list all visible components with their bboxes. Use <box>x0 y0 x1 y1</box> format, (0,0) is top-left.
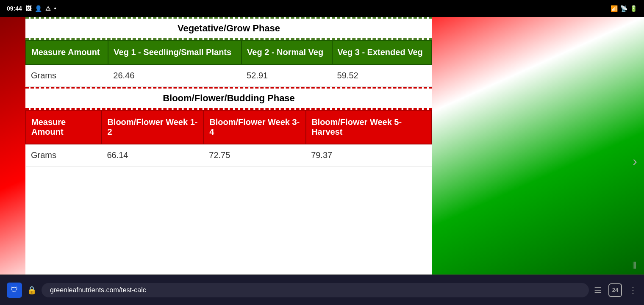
account-icon: 👤 <box>35 5 42 12</box>
bloom-col-2: Bloom/Flower Week 3-4 <box>204 110 306 144</box>
bloom-phase-section: Bloom/Flower/Budding Phase Measure Amoun… <box>25 87 432 166</box>
signal-icon: 📡 <box>620 5 627 12</box>
more-options-icon[interactable]: ⋮ <box>629 285 637 295</box>
bloom-row-val1: 66.14 <box>102 144 204 166</box>
bloom-col-1: Bloom/Flower Week 1-2 <box>102 110 204 144</box>
veg-col-3: Veg 3 - Extended Veg <box>332 40 432 64</box>
bloom-phase-title: Bloom/Flower/Budding Phase <box>163 93 295 104</box>
wifi-icon: 📶 <box>611 5 618 12</box>
veg-col-2: Veg 2 - Normal Veg <box>242 40 332 64</box>
veg-data-row: Grams 26.46 52.91 59.52 <box>26 64 432 87</box>
bloom-phase-header: Bloom/Flower/Budding Phase <box>25 87 432 110</box>
veg-header-row: Measure Amount Veg 1 - Seedling/Small Pl… <box>26 40 432 64</box>
veg-row-val2: 52.91 <box>242 64 332 87</box>
browser-actions: ☰ 24 ⋮ <box>594 283 637 297</box>
bloom-header-row: Measure Amount Bloom/Flower Week 1-2 Blo… <box>26 110 432 144</box>
bloom-col-measure: Measure Amount <box>26 110 102 144</box>
tab-count-button[interactable]: 24 <box>608 283 622 297</box>
bloom-data-row: Grams 66.14 72.75 79.37 <box>26 144 432 166</box>
bloom-row-val2: 72.75 <box>204 144 306 166</box>
veg-phase-section: Vegetative/Grow Phase Measure Amount Veg… <box>25 17 432 87</box>
veg-phase-header: Vegetative/Grow Phase <box>25 17 432 40</box>
url-text: greenleafnutrients.com/test-calc <box>50 286 146 294</box>
veg-col-1: Veg 1 - Seedling/Small Plants <box>108 40 242 64</box>
url-bar[interactable]: greenleafnutrients.com/test-calc <box>42 283 589 297</box>
veg-row-val3: 59.52 <box>332 64 432 87</box>
lock-icon: 🔒 <box>27 286 36 295</box>
bloom-table: Measure Amount Bloom/Flower Week 1-2 Blo… <box>25 110 432 166</box>
bloom-col-3: Bloom/Flower Week 5-Harvest <box>306 110 432 144</box>
screen-background: › ⦀ Vegetative/Grow Phase Measure Amount… <box>0 17 644 305</box>
browser-bottom-bar: 🛡 🔒 greenleafnutrients.com/test-calc ☰ 2… <box>0 274 644 305</box>
dot-indicator: • <box>54 5 56 12</box>
time-display: 09:44 <box>7 5 22 12</box>
veg-table: Measure Amount Veg 1 - Seedling/Small Pl… <box>25 40 432 87</box>
content-area: Vegetative/Grow Phase Measure Amount Veg… <box>25 17 432 274</box>
warning-icon: ⚠ <box>45 5 51 12</box>
nav-chevron-icon[interactable]: › <box>633 153 637 169</box>
veg-phase-title: Vegetative/Grow Phase <box>178 23 280 34</box>
bitwarden-icon[interactable]: 🛡 <box>7 283 22 298</box>
reader-icon[interactable]: ☰ <box>594 285 602 295</box>
nav-bars-icon[interactable]: ⦀ <box>632 259 637 271</box>
status-left: 09:44 🖼 👤 ⚠ • <box>7 5 56 12</box>
bloom-row-label: Grams <box>26 144 102 166</box>
veg-col-measure: Measure Amount <box>26 40 108 64</box>
battery-icon: 🔋 <box>630 5 637 12</box>
veg-row-label: Grams <box>26 64 108 87</box>
status-bar: 09:44 🖼 👤 ⚠ • 📶 📡 🔋 <box>0 0 644 17</box>
photo-icon: 🖼 <box>25 5 31 12</box>
bloom-row-val3: 79.37 <box>306 144 432 166</box>
veg-row-val1: 26.46 <box>108 64 242 87</box>
status-right: 📶 📡 🔋 <box>611 5 637 12</box>
